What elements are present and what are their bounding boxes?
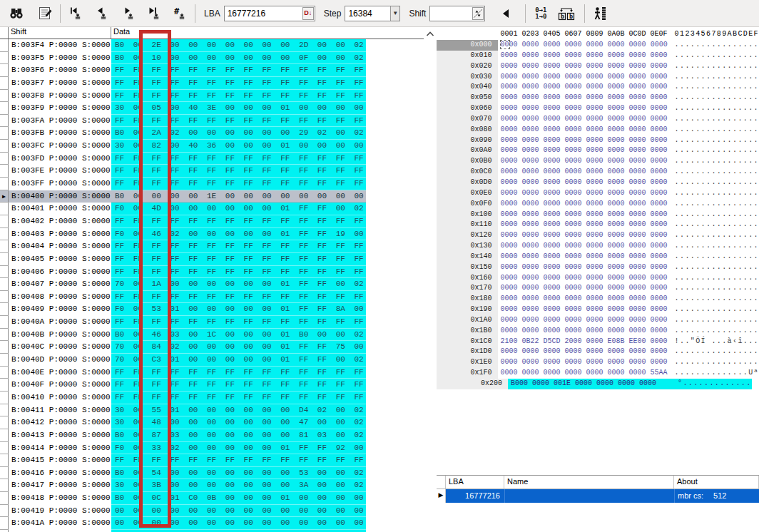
sector-row[interactable]: ▶B:00400 P:0000 S:0000B0 00 00 00 00 1E …: [0, 190, 424, 203]
hex-bytes[interactable]: 0000 0000 0000 0000 0000 0000 0000 0000: [498, 40, 668, 51]
sector-row[interactable]: B:00408 P:0000 S:0000FF FF FF FF FF FF F…: [0, 291, 424, 304]
hex-row[interactable]: 0x1000000 0000 0000 0000 0000 0000 0000 …: [437, 210, 759, 220]
hex-row[interactable]: 0x1100000 0000 0000 0000 0000 0000 0000 …: [437, 220, 759, 230]
sector-bytes[interactable]: F0 00 46 02 00 00 00 00 00 01 FF FF 19 0…: [111, 228, 366, 241]
hex-bytes[interactable]: 0000 0000 0000 0000 0000 0000 0000 0000: [498, 188, 668, 199]
sector-row[interactable]: B:00415 P:0000 S:0000FF FF FF FF FF FF F…: [0, 454, 424, 467]
hex-bytes[interactable]: 0000 0000 0000 0000 0000 0000 0000 0000: [498, 305, 668, 315]
hex-bytes[interactable]: 0000 0000 0000 0000 0000 0000 0000 0000: [498, 252, 668, 262]
sector-bytes[interactable]: B0 00 54 00 00 00 00 00 00 00 53 00 00 0…: [111, 467, 366, 480]
hex-row[interactable]: 0x0400000 0000 0000 0000 0000 0000 0000 …: [437, 82, 759, 93]
hex-bytes[interactable]: 0000 0000 0000 0000 0000 0000 0000 0000: [498, 167, 668, 178]
hex-bytes[interactable]: B000 0000 001E 0000 0000 0000 0000: [508, 379, 671, 389]
hex-row[interactable]: 0x1B00000 0000 0000 0000 0000 0000 0000 …: [437, 326, 759, 337]
hex-row[interactable]: 0x0B00000 0000 0000 0000 0000 0000 0000 …: [437, 156, 759, 167]
sector-bytes[interactable]: B0 00 46 03 00 1C 00 00 00 01 B0 00 00 0…: [111, 329, 366, 342]
hex-row[interactable]: 0x1C02100 0B22 D5CD 2000 0000 E08B EE00 …: [437, 337, 759, 347]
sector-bytes[interactable]: B0 00 2E 00 00 00 00 00 00 00 2D 00 00 0…: [111, 39, 366, 52]
sector-bytes[interactable]: FF FF FF FF FF FF FF FF FF FF FF FF FF F…: [111, 266, 366, 279]
sector-bytes[interactable]: 70 00 C3 01 00 00 00 00 00 01 FF FF 00 0…: [111, 354, 366, 367]
hex-bytes[interactable]: 0000 0000 0000 0000 0000 0000 0000 0000: [498, 262, 668, 273]
exit-button[interactable]: [591, 3, 609, 24]
sector-bytes[interactable]: FF FF FF FF FF FF FF FF FF FF FF FF FF F…: [111, 240, 366, 253]
sector-bytes[interactable]: B0 00 0C 01 C0 0B 00 00 00 01 00 00 00 0…: [111, 492, 366, 505]
sector-bytes[interactable]: FF FF FF FF FF FF FF FF FF FF FF FF FF F…: [111, 115, 366, 128]
hex-bytes[interactable]: 0000 0000 0000 0000 0000 0000 0000 0000: [498, 315, 668, 326]
go-first-button[interactable]: [66, 3, 85, 24]
sector-bytes[interactable]: F0 00 53 01 00 00 00 00 00 01 FF FF 8A 0…: [111, 303, 366, 316]
sector-bytes[interactable]: 70 00 84 02 00 00 00 00 00 01 FF FF 75 0…: [111, 341, 366, 354]
hex-bytes[interactable]: 0000 0000 0000 0000 0000 0000 0000 0000: [498, 178, 668, 188]
hex-bytes[interactable]: 0000 0000 0000 0000 0000 0000 0000 0000: [498, 283, 668, 294]
lba-input[interactable]: [225, 7, 302, 20]
hex-row[interactable]: 0x1F00000 0000 0000 0000 0000 0000 0000 …: [437, 368, 759, 379]
sector-row[interactable]: B:003FC P:0000 S:000030 00 82 00 40 36 0…: [0, 140, 424, 153]
hex-bytes[interactable]: 0000 0000 0000 0000 0000 0000 0000 0000: [498, 199, 668, 210]
sector-row[interactable]: B:00407 P:0000 S:000070 00 1A 00 00 00 0…: [0, 278, 424, 291]
sector-row[interactable]: B:00404 P:0000 S:0000FF FF FF FF FF FF F…: [0, 240, 424, 253]
hex-row[interactable]: 0x0000000 0000 0000 0000 0000 0000 0000 …: [437, 40, 759, 51]
sector-bytes[interactable]: FF FF FF FF FF FF FF FF FF FF FF FF FF F…: [111, 379, 366, 392]
hex-row[interactable]: 0x0300000 0000 0000 0000 0000 0000 0000 …: [437, 72, 759, 83]
step-input[interactable]: [345, 7, 390, 20]
sector-bytes[interactable]: FF FF FF FF FF FF FF FF FF FF FF FF FF F…: [111, 316, 366, 329]
hex-row[interactable]: 0x1700000 0000 0000 0000 0000 0000 0000 …: [437, 283, 759, 294]
sector-bytes[interactable]: FF FF FF FF FF FF FF FF FF FF FF FF FF F…: [111, 392, 366, 404]
go-last-button[interactable]: [145, 3, 163, 24]
hex-bytes[interactable]: 0000 0000 0000 0000 0000 0000 0000 0000: [498, 145, 668, 156]
sector-row[interactable]: B:0040F P:0000 S:0000FF FF FF FF FF FF F…: [0, 379, 424, 392]
hex-bytes[interactable]: 0000 0000 0000 0000 0000 0000 0000 0000: [498, 326, 668, 337]
step-forward-button[interactable]: [119, 3, 138, 24]
sector-row[interactable]: B:003F9 P:0000 S:000030 00 05 00 40 3E 0…: [0, 102, 424, 115]
sector-bytes[interactable]: FF FF FF FF FF FF FF FF FF FF FF FF FF F…: [111, 215, 366, 228]
hex-bytes[interactable]: 0000 0000 0000 0000 0000 0000 0000 0000: [498, 51, 668, 61]
hex-bytes[interactable]: 0000 0000 0000 0000 0000 0000 0000 0000: [498, 241, 668, 252]
hex-row[interactable]: 0x0200000 0000 0000 0000 0000 0000 0000 …: [437, 61, 759, 72]
hex-bytes[interactable]: 0000 0000 0000 0000 0000 0000 0000 0000: [498, 294, 668, 305]
vertical-scrollbar[interactable]: [424, 27, 437, 532]
sector-row[interactable]: B:003FD P:0000 S:0000FF FF FF FF FF FF F…: [0, 153, 424, 165]
sector-bytes[interactable]: 30 00 48 00 00 00 00 00 00 00 47 00 00 0…: [111, 416, 366, 429]
hex-bytes[interactable]: 0000 0000 0000 0000 0000 0000 0000 0000: [498, 220, 668, 230]
sector-bytes[interactable]: F0 00 33 02 00 00 00 00 00 01 FF FF 92 0…: [111, 442, 366, 455]
hex-bytes[interactable]: 0000 0000 0000 0000 0000 0000 0000 0000: [498, 72, 668, 83]
sector-row[interactable]: B:003F8 P:0000 S:0000FF FF FF FF FF FF F…: [0, 90, 424, 103]
go-to-number-button[interactable]: #: [170, 3, 189, 24]
hex-row[interactable]: 0x0700000 0000 0000 0000 0000 0000 0000 …: [437, 114, 759, 125]
edit-sector-button[interactable]: [36, 3, 54, 24]
sector-row[interactable]: B:00417 P:0000 S:000030 00 3B 00 00 00 0…: [0, 479, 424, 492]
sector-bytes[interactable]: B0 00 10 00 00 00 00 00 00 00 0F 00 00 0…: [111, 52, 366, 65]
hex-row[interactable]: 0x1900000 0000 0000 0000 0000 0000 0000 …: [437, 305, 759, 315]
sector-row[interactable]: B:0040A P:0000 S:0000FF FF FF FF FF FF F…: [0, 316, 424, 329]
hex-row[interactable]: 0x0E00000 0000 0000 0000 0000 0000 0000 …: [437, 188, 759, 199]
hex-bytes[interactable]: 0000 0000 0000 0000 0000 0000 0000 0000: [498, 357, 668, 368]
hex-bytes[interactable]: 0000 0000 0000 0000 0000 0000 0000 0000: [498, 273, 668, 284]
edit-cursor[interactable]: 00: [501, 41, 509, 48]
hex-bytes[interactable]: 0000 0000 0000 0000 0000 0000 0000 0000: [498, 82, 668, 93]
sector-bytes[interactable]: FF FF FF FF FF FF FF FF FF FF FF FF FF F…: [111, 77, 366, 90]
sector-row[interactable]: B:003F6 P:0000 S:0000FF FF FF FF FF FF F…: [0, 64, 424, 77]
sector-row[interactable]: B:003FE P:0000 S:0000FF FF FF FF FF FF F…: [0, 165, 424, 178]
hex-row[interactable]: 0x1600000 0000 0000 0000 0000 0000 0000 …: [437, 273, 759, 284]
sector-bytes[interactable]: B0 00 2A 02 00 00 00 00 00 00 29 02 00 0…: [111, 127, 366, 140]
hex-bytes[interactable]: 0000 0000 0000 0000 0000 0000 0000 0000: [498, 114, 668, 125]
sector-row[interactable]: B:003FF P:0000 S:0000FF FF FF FF FF FF F…: [0, 178, 424, 190]
sector-bytes[interactable]: 70 00 1A 00 00 00 00 00 00 01 FF FF 00 0…: [111, 278, 366, 291]
sector-row[interactable]: B:00418 P:0000 S:0000B0 00 0C 01 C0 0B 0…: [0, 492, 424, 505]
sector-row[interactable]: B:0040E P:0000 S:0000FF FF FF FF FF FF F…: [0, 367, 424, 379]
hex-row[interactable]: 0x1300000 0000 0000 0000 0000 0000 0000 …: [437, 241, 759, 252]
sector-row[interactable]: B:0040C P:0000 S:000070 00 84 02 00 00 0…: [0, 341, 424, 354]
step-combobox[interactable]: ▼: [345, 6, 400, 21]
sector-row[interactable]: B:00403 P:0000 S:0000F0 00 46 02 00 00 0…: [0, 228, 424, 241]
sector-bytes[interactable]: 00 00 00 00 00 00 00 00 00 00 00 00 00 0…: [111, 505, 366, 518]
scroll-up-icon[interactable]: [426, 31, 434, 36]
hex-bytes[interactable]: 0000 0000 0000 0000 0000 0000 0000 0000: [498, 103, 668, 114]
sector-row[interactable]: B:00411 P:0000 S:000030 00 55 01 00 00 0…: [0, 404, 424, 417]
decimal-toggle-button[interactable]: D↓: [302, 7, 314, 20]
hex-bytes[interactable]: 0000 0000 0000 0000 0000 0000 0000 0000: [498, 125, 668, 135]
sector-bytes[interactable]: FF FF FF FF FF FF FF FF FF FF FF FF FF F…: [111, 253, 366, 266]
hex-bytes[interactable]: 0000 0000 0000 0000 0000 0000 0000 0000: [498, 135, 668, 146]
sector-row[interactable]: B:003FB P:0000 S:0000B0 00 2A 02 00 00 0…: [0, 127, 424, 140]
partition-row[interactable]: ▶ 16777216 mbr cs: 512: [437, 489, 759, 503]
sector-bytes[interactable]: FF FF FF FF FF FF FF FF FF FF FF FF FF F…: [111, 178, 366, 190]
